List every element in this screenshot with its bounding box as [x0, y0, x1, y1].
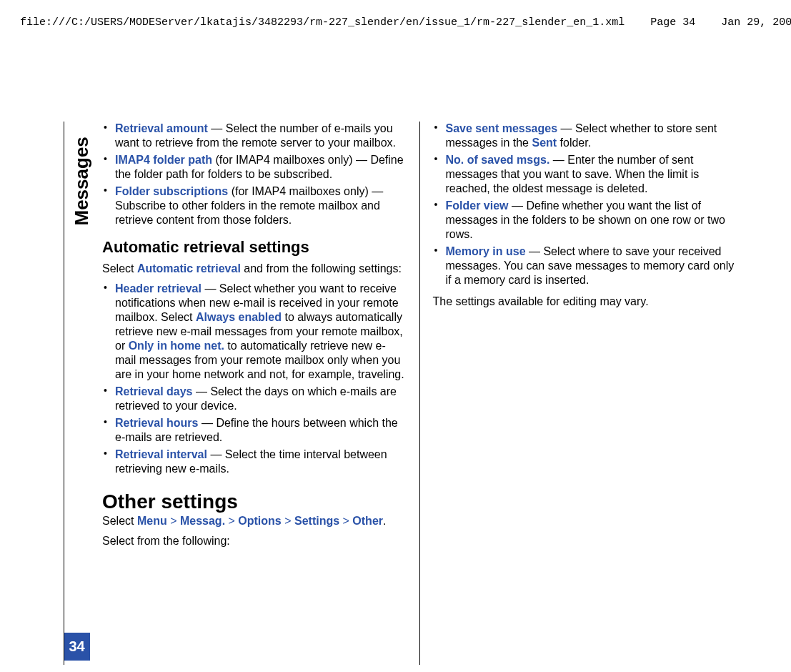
- breadcrumb-step: Other: [352, 515, 383, 527]
- term: Always enabled: [196, 311, 282, 323]
- list-item: Header retrieval — Select whether you wa…: [102, 282, 407, 382]
- term-automatic-retrieval: Automatic retrieval: [137, 262, 241, 275]
- term: Folder view: [446, 199, 509, 212]
- term: Memory in use: [446, 245, 526, 257]
- settings-may-vary: The settings available for editing may v…: [433, 295, 738, 309]
- other-settings-heading: Other settings: [102, 489, 407, 514]
- chevron-right-icon: >: [282, 515, 294, 527]
- term: Header retrieval: [115, 282, 202, 295]
- breadcrumb-step: Menu: [137, 515, 167, 527]
- term: Only in home net.: [129, 340, 224, 352]
- term: Retrieval interval: [115, 448, 207, 460]
- chevron-right-icon: >: [225, 515, 238, 527]
- breadcrumb-step: Options: [238, 515, 281, 527]
- term: Retrieval days: [115, 385, 193, 397]
- list-item: Retrieval days — Select the days on whic…: [102, 385, 407, 413]
- page-body: Messages 34 Retrieval amount — Select th…: [36, 122, 750, 665]
- list-item: Folder subscriptions (for IMAP4 mailboxe…: [102, 184, 407, 227]
- list-item: Retrieval hours — Define the hours betwe…: [102, 416, 407, 445]
- automatic-retrieval-list: Header retrieval — Select whether you wa…: [102, 282, 407, 476]
- header-path: file:///C:/USERS/MODEServer/lkatajis/348…: [20, 16, 625, 29]
- section-label: Messages: [71, 140, 93, 226]
- column-left: Retrieval amount — Select the number of …: [89, 122, 420, 665]
- select-following: Select from the following:: [102, 534, 407, 548]
- breadcrumb-step: Settings: [294, 515, 339, 527]
- header-page: Page 34: [650, 16, 695, 29]
- retrieval-list: Retrieval amount — Select the number of …: [102, 122, 407, 227]
- automatic-retrieval-heading: Automatic retrieval settings: [102, 237, 407, 257]
- list-item: Folder view — Define whether you want th…: [433, 199, 738, 242]
- list-item: Retrieval amount — Select the number of …: [102, 122, 407, 150]
- chevron-right-icon: >: [339, 515, 352, 527]
- term: Retrieval hours: [115, 417, 198, 429]
- term: Save sent messages: [446, 122, 558, 134]
- text: Select: [102, 262, 137, 275]
- print-header: file:///C:/USERS/MODEServer/lkatajis/348…: [0, 0, 791, 33]
- term: Retrieval amount: [115, 122, 208, 134]
- list-item: Retrieval interval — Select the time int…: [102, 448, 407, 476]
- list-item: Save sent messages — Select whether to s…: [433, 122, 738, 150]
- automatic-retrieval-intro: Select Automatic retrieval and from the …: [102, 262, 407, 276]
- term: Sent: [532, 137, 557, 149]
- other-settings-list: Save sent messages — Select whether to s…: [433, 122, 738, 287]
- header-timestamp: Jan 29, 2007 12:37:36 PM: [721, 16, 791, 29]
- term: IMAP4 folder path: [115, 154, 212, 166]
- page-number: 34: [64, 633, 90, 661]
- term: Folder subscriptions: [115, 185, 228, 197]
- content-columns: Retrieval amount — Select the number of …: [89, 122, 750, 665]
- breadcrumb-step: Messag.: [180, 515, 225, 527]
- list-item: Memory in use — Select where to save you…: [433, 244, 738, 287]
- breadcrumb: Select Menu > Messag. > Options > Settin…: [102, 514, 407, 528]
- list-item: IMAP4 folder path (for IMAP4 mailboxes o…: [102, 153, 407, 182]
- column-right: Save sent messages — Select whether to s…: [420, 122, 751, 665]
- chevron-right-icon: >: [167, 515, 180, 527]
- list-item: No. of saved msgs. — Enter the number of…: [433, 153, 738, 196]
- term: No. of saved msgs.: [446, 154, 550, 166]
- text: and from the following settings:: [241, 262, 402, 275]
- spine: Messages 34: [36, 122, 89, 665]
